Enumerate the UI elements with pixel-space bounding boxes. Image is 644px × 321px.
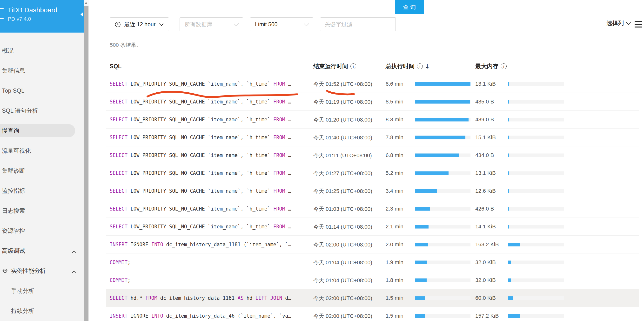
app-title: TiDB Dashboard bbox=[8, 6, 57, 14]
table-row[interactable]: SELECT LOW_PRIORITY SQL_NO_CACHE `item_n… bbox=[106, 129, 639, 146]
duration-bar bbox=[415, 189, 470, 193]
sidebar-item-Top SQL[interactable]: Top SQL bbox=[0, 81, 84, 101]
duration-value: 1.9 min bbox=[386, 259, 404, 265]
sidebar-item-label: 手动分析 bbox=[11, 287, 34, 295]
sidebar-item-label: 慢查询 bbox=[2, 127, 19, 135]
table-row[interactable]: INSERT IGNORE INTO dc_item_history_data_… bbox=[106, 307, 639, 321]
sql-text: SELECT LOW_PRIORITY SQL_NO_CACHE `item_n… bbox=[110, 188, 291, 194]
sidebar-item-概况[interactable]: 概况 bbox=[0, 41, 84, 61]
time-range-label: 最近 12 hour bbox=[124, 21, 156, 28]
memory-value: 32.0 KiB bbox=[475, 277, 496, 283]
duration-value: 3.4 min bbox=[386, 188, 404, 194]
end-time-value: 今天 01:20 (UTC+08:00) bbox=[313, 116, 372, 123]
database-select[interactable]: 所有数据库 bbox=[180, 17, 243, 31]
memory-value: 15.1 KiB bbox=[475, 134, 496, 141]
time-range-selector[interactable]: 最近 12 hour bbox=[110, 17, 169, 31]
end-time-value: 今天 01:52 (UTC+08:00) bbox=[313, 80, 372, 88]
sidebar-item-日志搜索[interactable]: 日志搜索 bbox=[0, 201, 84, 221]
end-time-value: 今天 02:00 (UTC+08:00) bbox=[313, 294, 372, 302]
table-row[interactable]: SELECT LOW_PRIORITY SQL_NO_CACHE `item_n… bbox=[106, 146, 639, 164]
sql-text: SELECT LOW_PRIORITY SQL_NO_CACHE `item_n… bbox=[110, 135, 291, 140]
end-time-value: 今天 01:19 (UTC+08:00) bbox=[313, 98, 372, 105]
end-time-value: 今天 02:00 (UTC+08:00) bbox=[313, 241, 372, 248]
limit-select[interactable]: Limit 500 bbox=[250, 17, 313, 31]
table-body: SELECT LOW_PRIORITY SQL_NO_CACHE `item_n… bbox=[106, 75, 639, 321]
end-time-value: 今天 01:03 (UTC+08:00) bbox=[313, 205, 372, 212]
sidebar-collapse-icon[interactable] bbox=[80, 12, 83, 17]
scrollbar-up-arrow-icon[interactable] bbox=[84, 0, 89, 6]
chevron-up-icon bbox=[72, 251, 76, 255]
table-row[interactable]: INSERT IGNORE INTO dc_item_history_data_… bbox=[106, 236, 639, 253]
table-header: SQL 结束运行时间 i 总执行时间 i ↓ 最大内存 i bbox=[106, 58, 639, 75]
duration-bar bbox=[415, 136, 470, 139]
sql-text: SELECT LOW_PRIORITY SQL_NO_CACHE `item_n… bbox=[110, 99, 291, 105]
end-time-value: 今天 01:04 (UTC+08:00) bbox=[313, 258, 372, 266]
duration-value: 2.1 min bbox=[386, 224, 404, 230]
sidebar-item-label: 集群信息 bbox=[2, 67, 25, 75]
target-icon bbox=[2, 268, 8, 274]
memory-bar bbox=[508, 225, 564, 228]
table-row[interactable]: COMMIT; 今天 01:04 (UTC+08:00) 1.9 min 32.… bbox=[106, 253, 639, 271]
sidebar-item-高级调试[interactable]: 高级调试 bbox=[0, 241, 84, 261]
menu-icon[interactable] bbox=[634, 21, 642, 29]
table-row[interactable]: COMMIT; 今天 01:04 (UTC+08:00) 1.8 min 32.… bbox=[106, 271, 639, 289]
memory-bar bbox=[508, 118, 564, 121]
table-row[interactable]: SELECT LOW_PRIORITY SQL_NO_CACHE `item_n… bbox=[106, 164, 639, 182]
keyword-filter-input[interactable] bbox=[320, 17, 396, 31]
memory-bar bbox=[508, 260, 564, 264]
sidebar-item-慢查询[interactable]: 慢查询 bbox=[0, 121, 84, 141]
sidebar-item-label: 日志搜索 bbox=[2, 207, 25, 215]
memory-bar bbox=[508, 136, 564, 139]
column-selector[interactable]: 选择列 bbox=[606, 19, 630, 27]
memory-value: 13.1 KiB bbox=[475, 81, 496, 87]
table-row[interactable]: SELECT LOW_PRIORITY SQL_NO_CACHE `item_n… bbox=[106, 93, 639, 111]
end-time-value: 今天 01:11 (UTC+08:00) bbox=[313, 151, 372, 159]
sql-text: SELECT LOW_PRIORITY SQL_NO_CACHE `item_n… bbox=[110, 206, 291, 212]
sidebar-scrollbar[interactable] bbox=[84, 0, 89, 321]
duration-bar bbox=[415, 243, 470, 246]
sidebar-item-实例性能分析[interactable]: 实例性能分析 bbox=[0, 261, 84, 281]
scrollbar-thumb[interactable] bbox=[84, 6, 88, 321]
column-header-end-time[interactable]: 结束运行时间 i bbox=[313, 63, 356, 70]
table-row[interactable]: SELECT LOW_PRIORITY SQL_NO_CACHE `item_n… bbox=[106, 218, 639, 236]
column-header-duration[interactable]: 总执行时间 i ↓ bbox=[386, 63, 430, 70]
sidebar-item-资源管控[interactable]: 资源管控 bbox=[0, 221, 84, 241]
sql-text: SELECT LOW_PRIORITY SQL_NO_CACHE `item_n… bbox=[110, 152, 291, 158]
info-icon[interactable]: i bbox=[417, 64, 423, 69]
sidebar-item-手动分析[interactable]: 手动分析 bbox=[0, 281, 84, 301]
sidebar-item-label: 流量可视化 bbox=[2, 147, 31, 155]
sidebar-item-SQL 语句分析[interactable]: SQL 语句分析 bbox=[0, 101, 84, 121]
sort-descending-icon[interactable]: ↓ bbox=[425, 63, 430, 70]
database-select-placeholder: 所有数据库 bbox=[184, 21, 212, 28]
table-row[interactable]: SELECT LOW_PRIORITY SQL_NO_CACHE `item_n… bbox=[106, 200, 639, 218]
table-row[interactable]: SELECT LOW_PRIORITY SQL_NO_CACHE `item_n… bbox=[106, 111, 639, 129]
duration-bar bbox=[415, 278, 470, 282]
memory-value: 60.0 KiB bbox=[475, 295, 496, 301]
sidebar-item-label: 概况 bbox=[2, 47, 14, 55]
column-header-sql[interactable]: SQL bbox=[110, 63, 122, 70]
duration-value: 1.8 min bbox=[386, 277, 404, 283]
chevron-down-icon bbox=[234, 21, 239, 26]
sidebar-item-流量可视化[interactable]: 流量可视化 bbox=[0, 141, 84, 161]
end-time-value: 今天 02:00 (UTC+08:00) bbox=[313, 312, 372, 319]
end-time-value: 今天 01:40 (UTC+08:00) bbox=[313, 134, 372, 141]
memory-value: 426.0 B bbox=[475, 206, 494, 212]
duration-bar bbox=[415, 314, 470, 318]
table-row[interactable]: SELECT LOW_PRIORITY SQL_NO_CACHE `item_n… bbox=[106, 75, 639, 93]
sql-text: INSERT IGNORE INTO dc_item_history_data_… bbox=[110, 242, 291, 247]
table-row[interactable]: SELECT hd.* FROM dc_item_history_data_11… bbox=[106, 289, 639, 307]
sidebar-item-监控指标[interactable]: 监控指标 bbox=[0, 181, 84, 201]
info-icon[interactable]: i bbox=[501, 64, 506, 69]
memory-bar bbox=[508, 189, 564, 193]
sidebar-item-集群信息[interactable]: 集群信息 bbox=[0, 61, 84, 81]
sidebar-item-持续分析[interactable]: 持续分析 bbox=[0, 301, 84, 321]
app-version: PD v7.4.0 bbox=[8, 16, 31, 22]
sidebar-item-集群诊断[interactable]: 集群诊断 bbox=[0, 161, 84, 181]
column-header-memory[interactable]: 最大内存 i bbox=[475, 63, 506, 70]
sidebar-item-label: SQL 语句分析 bbox=[2, 107, 38, 115]
sidebar-item-label: 实例性能分析 bbox=[11, 267, 46, 275]
app-brand: TiDB Dashboard PD v7.4.0 bbox=[0, 0, 84, 33]
table-row[interactable]: SELECT LOW_PRIORITY SQL_NO_CACHE `item_n… bbox=[106, 182, 639, 200]
info-icon[interactable]: i bbox=[350, 64, 356, 69]
query-button[interactable]: 查 询 bbox=[395, 0, 424, 14]
